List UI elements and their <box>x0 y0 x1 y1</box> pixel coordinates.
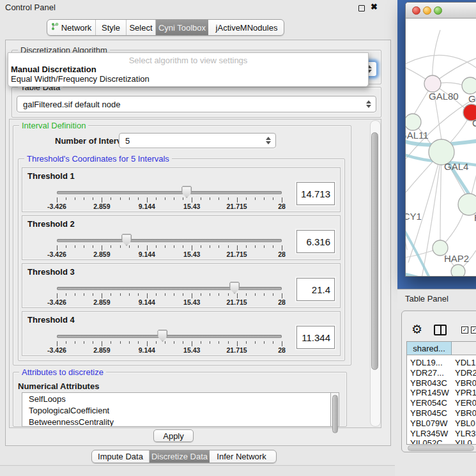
slider-track[interactable] <box>57 191 282 194</box>
number-of-intervals-combobox[interactable]: 5 <box>119 133 276 148</box>
table-cell[interactable]: YIL052C <box>410 438 443 445</box>
attribute-list-item[interactable]: SelfLoops <box>22 393 330 404</box>
tab-cyni-toolbox[interactable]: Cyni Toolbox <box>156 20 208 35</box>
table-cell[interactable]: YER054C <box>410 398 447 408</box>
numerical-attributes-list[interactable]: SelfLoopsTopologicalCoefficientBetweenne… <box>22 392 331 427</box>
apply-button[interactable]: Apply <box>153 429 194 442</box>
column-header-shared-name[interactable]: shared... <box>407 342 452 355</box>
slider-tick-label: 28 <box>278 203 286 210</box>
table-cell[interactable]: YPR1 <box>455 388 476 397</box>
slider-tick <box>237 197 238 203</box>
zoom-traffic-light-icon[interactable] <box>434 6 442 15</box>
slider-handle[interactable] <box>157 330 167 342</box>
network-edge[interactable] <box>406 55 476 75</box>
slider-tick <box>246 341 247 344</box>
tab-network[interactable]: Network <box>47 20 96 35</box>
network-window-titlebar[interactable] <box>406 3 476 19</box>
algorithm-option-1[interactable]: Manual Discretization <box>11 65 96 74</box>
table-cell[interactable]: YER0 <box>455 398 476 408</box>
slider-track[interactable] <box>57 335 282 338</box>
table-cell[interactable]: YBL079W <box>410 418 448 428</box>
minimize-traffic-light-icon[interactable] <box>423 6 431 15</box>
network-node[interactable] <box>406 114 421 130</box>
slider-tick <box>255 245 256 248</box>
slider-tick <box>147 245 148 250</box>
slider-handle[interactable] <box>181 186 192 198</box>
threshold-value-field[interactable]: 11.344 <box>296 326 335 349</box>
algorithm-option-2[interactable]: Equal Width/Frequency Discretization <box>11 74 150 84</box>
gear-icon[interactable]: ⚙ <box>411 323 422 335</box>
slider-tick <box>246 245 247 248</box>
close-traffic-light-icon[interactable] <box>412 6 420 15</box>
slider-track[interactable] <box>57 287 282 290</box>
settings-vertical-scrollbar[interactable] <box>370 120 381 427</box>
table-cell[interactable]: YBR043C <box>410 378 447 388</box>
tab-label: Network <box>61 23 92 33</box>
slider-tick-label: -3.426 <box>47 203 66 210</box>
checkbox-show-icon[interactable]: ✓ <box>461 326 468 334</box>
table-cell[interactable]: YDL1 <box>455 358 476 367</box>
tab-infer-network[interactable]: Infer Network <box>210 450 273 463</box>
table-cell[interactable]: YPR145W <box>410 388 449 397</box>
split-columns-icon[interactable] <box>434 325 447 335</box>
table-cell[interactable]: YBR0 <box>455 378 476 388</box>
slider-track[interactable] <box>57 239 282 242</box>
attributes-list-scrollbar[interactable] <box>330 392 339 427</box>
threshold-value-field[interactable]: 21.4 <box>296 278 335 301</box>
network-edge[interactable] <box>420 152 441 277</box>
network-node[interactable] <box>424 75 441 92</box>
slider-handle[interactable] <box>121 234 132 246</box>
thresholds-group-title: Threshold's Coordinates for 5 Intervals <box>24 154 172 164</box>
float-window-icon[interactable] <box>358 5 365 12</box>
scrollbar-thumb[interactable] <box>332 395 338 433</box>
table-cell[interactable]: YDR2 <box>455 368 476 378</box>
slider-tick <box>84 293 84 296</box>
table-cell[interactable]: YLR3 <box>455 429 476 438</box>
table-cell[interactable]: YBR0 <box>455 408 476 418</box>
table-data-combobox[interactable]: galFiltered.sif default node <box>17 96 376 112</box>
table-horizontal-scrollbar[interactable] <box>408 445 474 451</box>
threshold-value-field[interactable]: 14.713 <box>296 182 335 205</box>
network-view-window: GAL80GACGAL11GAL4GCY1HHAP2 <box>405 2 476 277</box>
attribute-list-item[interactable]: TopologicalCoefficient <box>22 404 330 416</box>
slider-tick <box>264 341 265 344</box>
tab-style[interactable]: Style <box>96 20 127 35</box>
slider-tick-label: 2.859 <box>93 298 110 306</box>
slider-tick <box>165 293 165 296</box>
checkbox-hide-icon[interactable]: ✓ <box>471 326 476 334</box>
slider-tick <box>237 341 238 346</box>
table-cell[interactable]: YIL0 <box>455 438 472 445</box>
slider-tick <box>66 341 66 344</box>
tab-jactivemnodules[interactable]: jActiveMNodules <box>208 20 284 35</box>
network-node-label: GAL4 <box>444 161 468 172</box>
close-icon[interactable]: ✖ <box>371 2 378 12</box>
network-edge[interactable] <box>440 152 441 241</box>
table-cell[interactable]: YDR27... <box>410 368 444 378</box>
network-node[interactable] <box>458 194 476 215</box>
slider-tick <box>282 293 282 298</box>
slider-tick <box>120 245 121 248</box>
tab-impute-data[interactable]: Impute Data <box>92 450 150 463</box>
network-node[interactable] <box>462 77 476 94</box>
network-node[interactable] <box>451 265 465 277</box>
column-header-name[interactable]: n <box>452 342 476 355</box>
table-cell[interactable]: YDL19... <box>410 358 443 367</box>
tab-discretize-data[interactable]: Discretize Data <box>150 450 210 463</box>
scrollbar-thumb[interactable] <box>371 132 378 370</box>
table-cell[interactable]: YBL0 <box>455 418 475 428</box>
slider-tick-label: 15.43 <box>183 346 200 354</box>
table-cell[interactable]: YLR345W <box>410 429 448 438</box>
slider-handle[interactable] <box>229 282 240 294</box>
slider-tick <box>147 293 148 298</box>
threshold-4-block: Threshold 4-3.4262.8599.14415.4321.71528… <box>22 311 341 356</box>
attribute-list-item[interactable]: BetweennessCentrality <box>22 416 330 427</box>
slider-tick <box>192 245 192 250</box>
threshold-value-field[interactable]: 6.316 <box>296 230 335 253</box>
network-graph-canvas[interactable]: GAL80GACGAL11GAL4GCY1HHAP2 <box>406 19 476 277</box>
node-table[interactable]: shared...nYDL19...YDL1YDR27...YDR2YBR043… <box>406 341 476 445</box>
tab-select[interactable]: Select <box>127 20 156 35</box>
table-cell[interactable]: YBR045C <box>410 408 447 418</box>
slider-tick <box>102 293 102 298</box>
network-node-label: C <box>472 118 476 128</box>
slider-tick <box>66 245 66 248</box>
